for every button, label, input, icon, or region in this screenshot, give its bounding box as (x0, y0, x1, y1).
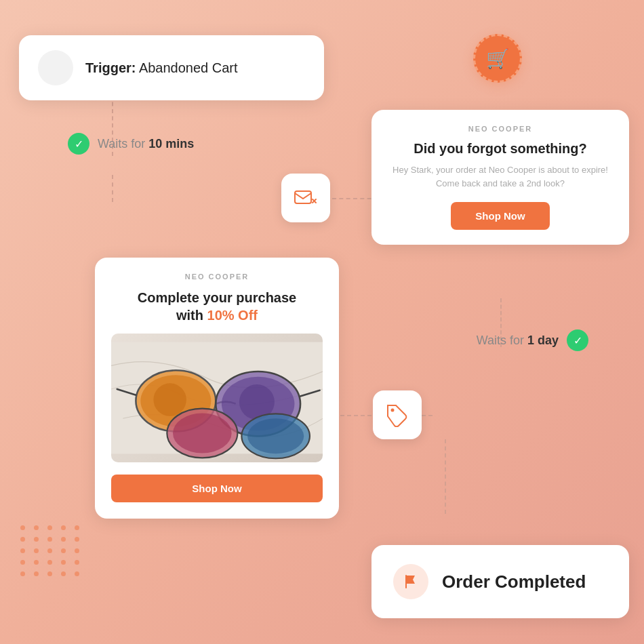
wait-top-label: Waits for 10 mins (98, 137, 194, 151)
product-image (111, 334, 323, 462)
shop-now-button-bottom[interactable]: Shop Now (111, 475, 323, 502)
flag-icon (402, 573, 420, 590)
email-title: Did you forgot something? (390, 141, 610, 157)
wait-badge-right: Waits for 1 day ✓ (477, 329, 588, 351)
check-icon-top: ✓ (68, 133, 89, 155)
svg-point-4 (153, 383, 186, 416)
trigger-card: Trigger: Abandoned Cart (19, 35, 324, 100)
order-completed-card: Order Completed (371, 545, 629, 618)
order-completed-label: Order Completed (442, 571, 586, 592)
email-icon (294, 186, 318, 210)
flag-icon-circle (393, 564, 428, 599)
svg-point-16 (247, 418, 304, 454)
email-brand: NEO COOPER (390, 125, 610, 133)
svg-point-18 (391, 409, 395, 412)
svg-rect-0 (295, 191, 311, 203)
trigger-label: Trigger: Abandoned Cart (85, 60, 238, 76)
check-icon-right: ✓ (567, 329, 588, 351)
dots-decoration (20, 525, 81, 576)
tag-icon (385, 403, 409, 427)
svg-point-13 (173, 414, 232, 454)
cart-icon: 🛒 (486, 47, 510, 70)
cart-icon-card: 🛒 (473, 34, 522, 83)
svg-rect-19 (405, 575, 407, 588)
email-preview-card: NEO COOPER Did you forgot something? Hey… (371, 110, 629, 245)
product-brand: NEO COOPER (111, 273, 323, 281)
email-body: Hey Stark, your order at Neo Cooper is a… (390, 163, 610, 190)
email-icon-card (281, 174, 330, 222)
tag-icon-card (373, 390, 422, 439)
wait-right-label: Waits for 1 day (477, 334, 559, 348)
shop-now-button-top[interactable]: Shop Now (451, 202, 549, 230)
trigger-icon (38, 50, 73, 85)
wait-badge-top: ✓ Waits for 10 mins (68, 133, 194, 155)
product-title: Complete your purchase with 10% Off (111, 289, 323, 324)
product-card: NEO COOPER Complete your purchase with 1… (95, 258, 339, 519)
